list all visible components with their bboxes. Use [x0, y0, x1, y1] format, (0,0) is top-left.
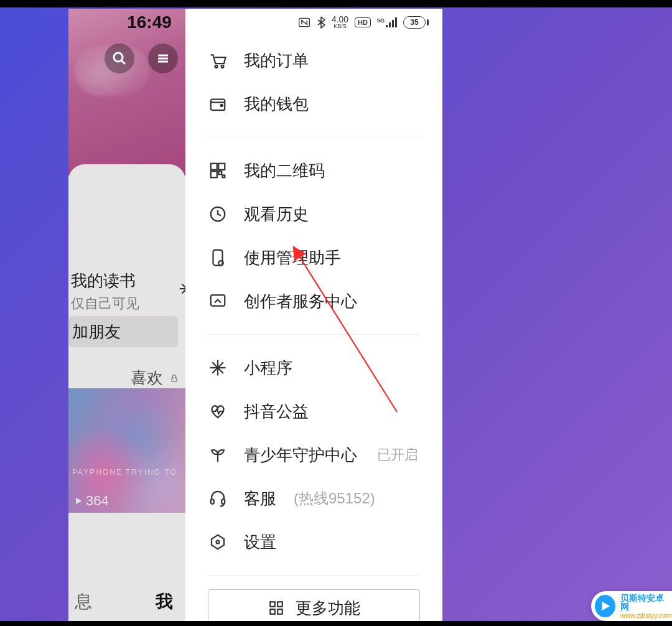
watermark-logo-icon: [595, 595, 615, 617]
menu-watch-history[interactable]: 观看历史: [208, 192, 420, 236]
display-icon: [208, 292, 227, 311]
more-functions-button[interactable]: 更多功能: [208, 589, 420, 621]
menu-my-wallet[interactable]: 我的钱包: [208, 82, 420, 126]
menu-creator-center[interactable]: 创作者服务中心: [208, 279, 420, 323]
thumbnail-play-count: 364: [73, 493, 109, 509]
hd-indicator: HD: [355, 17, 371, 27]
hamburger-icon: [156, 51, 170, 66]
device-icon: [208, 248, 227, 267]
svg-rect-32: [270, 602, 275, 607]
my-reading-title: 我的读书: [71, 270, 185, 292]
menu-label: 使用管理助手: [244, 247, 341, 269]
play-icon: [73, 496, 83, 506]
my-reading-section: 我的读书 仅自己可见: [68, 270, 185, 313]
tab-me[interactable]: 我: [156, 590, 173, 614]
menu-divider: [208, 334, 420, 335]
bluetooth-icon: [317, 16, 325, 29]
hex-icon: [208, 533, 227, 551]
profile-header: [68, 9, 185, 175]
menu-customer-service[interactable]: 客服 (热线95152): [208, 477, 420, 520]
svg-point-15: [221, 105, 223, 106]
svg-point-31: [217, 541, 220, 544]
status-time: 16:49: [106, 12, 193, 32]
grid-icon: [268, 600, 284, 616]
menu-youth-protection[interactable]: 青少年守护中心 已开启: [208, 433, 420, 477]
svg-rect-19: [218, 171, 222, 174]
network-speed: 4.00 KB/S: [332, 15, 348, 29]
menu-mini-programs[interactable]: 小程序: [208, 346, 420, 390]
search-button[interactable]: [105, 44, 134, 73]
menu-label: 观看历史: [244, 203, 309, 225]
watermark-name: 贝斯特安卓网: [620, 594, 672, 611]
qr-icon: [208, 161, 227, 180]
svg-rect-9: [172, 378, 177, 381]
svg-rect-33: [278, 602, 282, 607]
5g-signal: 5G: [377, 17, 397, 27]
phone-frame: 16:49 我的读书 仅自己可见 加朋友 喜欢 PAYPHONE TRYING …: [68, 9, 442, 621]
svg-point-23: [218, 261, 223, 266]
svg-point-12: [215, 65, 218, 68]
svg-rect-20: [223, 175, 225, 178]
menu-label: 我的订单: [244, 50, 309, 72]
page-black-band-bottom: [0, 621, 672, 626]
menu-sub: 已开启: [377, 446, 418, 464]
nfc-icon: [298, 17, 310, 28]
more-functions-label: 更多功能: [296, 597, 360, 619]
site-watermark: 贝斯特安卓网 www.zjbstyy.com: [591, 591, 672, 621]
svg-rect-34: [270, 609, 275, 614]
menu-usage-assistant[interactable]: 使用管理助手: [208, 236, 420, 279]
svg-point-0: [114, 53, 123, 62]
thumbnail-caption: PAYPHONE TRYING TO: [72, 468, 177, 477]
menu-settings[interactable]: 设置: [208, 520, 420, 564]
tab-likes[interactable]: 喜欢: [68, 367, 185, 389]
add-friend-button[interactable]: 加朋友: [68, 316, 178, 347]
clock-icon: [208, 205, 227, 223]
svg-rect-30: [222, 499, 225, 504]
menu-hotline: (热线95152): [294, 488, 375, 508]
menu-label: 青少年守护中心: [244, 444, 357, 466]
search-icon: [112, 51, 127, 66]
svg-line-1: [121, 60, 125, 64]
lock-icon: [131, 375, 141, 386]
menu-label: 抖音公益: [244, 401, 309, 423]
spark-icon: [208, 358, 227, 377]
video-thumbnail[interactable]: PAYPHONE TRYING TO 364: [68, 388, 185, 513]
cart-icon: [208, 51, 227, 70]
svg-rect-35: [278, 609, 282, 614]
profile-sheet-top: [68, 164, 185, 189]
menu-my-qrcode[interactable]: 我的二维码: [208, 149, 420, 192]
sprout-icon: [208, 446, 227, 464]
battery-indicator: 35: [403, 16, 429, 29]
drawer-menu: 我的订单 我的钱包 我的二维码 观看历史 使用管理助手 创作者服: [208, 39, 420, 621]
menu-label: 创作者服务中心: [244, 291, 357, 312]
profile-page-background: 16:49 我的读书 仅自己可见 加朋友 喜欢 PAYPHONE TRYING …: [68, 9, 185, 621]
menu-label: 我的二维码: [244, 160, 325, 182]
profile-top-icons: [105, 44, 178, 73]
svg-rect-17: [218, 164, 225, 170]
heart-icon: [208, 402, 227, 421]
bottom-tab-bar: 息 我: [68, 590, 185, 614]
menu-divider: [208, 137, 420, 138]
status-bar-right: 4.00 KB/S HD 5G 35: [298, 15, 429, 29]
watermark-url: www.zjbstyy.com: [620, 612, 672, 619]
page-black-band-top: [0, 0, 672, 7]
headset-icon: [208, 489, 227, 508]
svg-rect-22: [213, 250, 223, 266]
menu-button[interactable]: [148, 44, 178, 73]
menu-divider: [208, 575, 420, 576]
svg-rect-16: [211, 164, 217, 170]
menu-label: 客服: [244, 488, 276, 510]
side-drawer: 4.00 KB/S HD 5G 35 我的订单 我的钱包: [185, 9, 442, 621]
svg-point-13: [222, 65, 224, 68]
add-friend-label: 加朋友: [72, 321, 121, 343]
menu-my-orders[interactable]: 我的订单: [208, 39, 420, 82]
svg-rect-18: [211, 171, 217, 177]
menu-charity[interactable]: 抖音公益: [208, 390, 420, 433]
menu-label: 我的钱包: [244, 93, 309, 115]
svg-rect-10: [133, 380, 138, 383]
my-reading-sub: 仅自己可见: [71, 294, 185, 313]
tab-messages[interactable]: 息: [75, 590, 92, 614]
menu-label: 小程序: [244, 357, 292, 379]
menu-label: 设置: [244, 531, 276, 553]
wallet-icon: [208, 95, 227, 113]
